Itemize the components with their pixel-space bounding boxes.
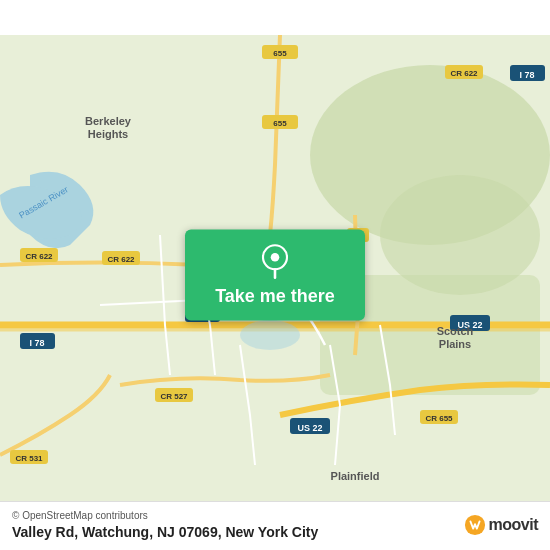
map-container: I 78 I 78 US 22 US 22 CR 622 CR 622 CR 6… bbox=[0, 0, 550, 550]
take-me-there-button[interactable]: Take me there bbox=[185, 230, 365, 321]
moovit-logo: moovit bbox=[464, 514, 538, 536]
svg-text:Plainfield: Plainfield bbox=[331, 470, 380, 482]
copyright-text: © OpenStreetMap contributors bbox=[12, 510, 538, 521]
svg-text:CR 531: CR 531 bbox=[15, 454, 43, 463]
svg-text:CR 655: CR 655 bbox=[425, 414, 453, 423]
svg-text:Scotch: Scotch bbox=[437, 325, 474, 337]
cta-label: Take me there bbox=[215, 286, 335, 307]
svg-text:CR 622: CR 622 bbox=[450, 69, 478, 78]
svg-text:CR 527: CR 527 bbox=[160, 392, 188, 401]
svg-text:CR 622: CR 622 bbox=[25, 252, 53, 261]
moovit-icon bbox=[464, 514, 486, 536]
svg-text:CR 622: CR 622 bbox=[107, 255, 135, 264]
svg-point-40 bbox=[271, 253, 280, 262]
svg-text:I 78: I 78 bbox=[519, 70, 534, 80]
svg-text:655: 655 bbox=[273, 119, 287, 128]
svg-text:I 78: I 78 bbox=[29, 338, 44, 348]
location-title: Valley Rd, Watchung, NJ 07069, New York … bbox=[12, 524, 538, 540]
svg-point-38 bbox=[240, 320, 300, 350]
svg-text:Plains: Plains bbox=[439, 338, 471, 350]
moovit-brand-text: moovit bbox=[489, 516, 538, 534]
svg-text:Berkeley: Berkeley bbox=[85, 115, 132, 127]
svg-text:US 22: US 22 bbox=[297, 423, 322, 433]
svg-text:655: 655 bbox=[273, 49, 287, 58]
location-pin-icon bbox=[257, 244, 293, 280]
svg-text:Heights: Heights bbox=[88, 128, 128, 140]
